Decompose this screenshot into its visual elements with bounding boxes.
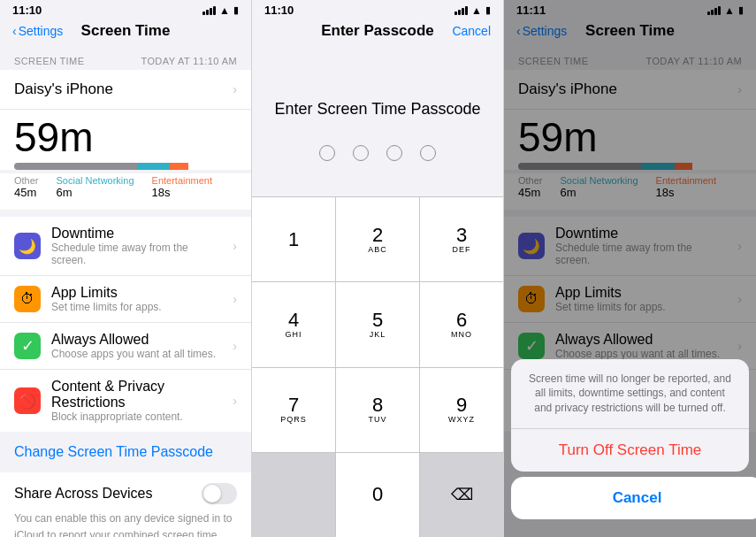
toggle-row: Share Across Devices xyxy=(14,483,237,504)
downtime-title: Downtime xyxy=(51,226,222,242)
chevron-icon-downtime: › xyxy=(233,239,237,253)
panel-3: 11:11 ▲ ▮ ‹ Settings Screen Time SCREEN … xyxy=(504,0,756,537)
applimits-title: App Limits xyxy=(51,285,222,301)
time-display-1: 59m xyxy=(0,110,251,157)
passcode-title: Enter Passcode xyxy=(321,22,434,40)
list-item-content[interactable]: 🚫 Content & Privacy Restrictions Block i… xyxy=(0,370,251,432)
numpad-key-8[interactable]: 8 TUV xyxy=(336,368,419,452)
panel-1: 11:10 ▲ ▮ ‹ Settings Screen Time SCREEN … xyxy=(0,0,252,537)
bar-social xyxy=(137,163,171,170)
time-label-other: Other 45m xyxy=(14,175,39,199)
passcode-dot-2 xyxy=(353,145,369,161)
change-passcode-link-1[interactable]: Change Screen Time Passcode xyxy=(14,444,213,459)
allowed-subtitle: Choose apps you want at all times. xyxy=(51,348,222,360)
status-bar-2: 11:10 ▲ ▮ xyxy=(252,0,503,19)
downtime-subtitle: Schedule time away from the screen. xyxy=(51,242,222,266)
battery-icon-2: ▮ xyxy=(485,4,491,16)
modal-cancel-button[interactable]: Cancel xyxy=(511,477,756,519)
passcode-cancel-button[interactable]: Cancel xyxy=(452,24,491,38)
list-section-1: 🌙 Downtime Schedule time away from the s… xyxy=(0,217,251,432)
cat-ent-val: 18s xyxy=(152,186,212,199)
content-text: Content & Privacy Restrictions Block ina… xyxy=(51,379,222,423)
numpad-key-5[interactable]: 5 JKL xyxy=(336,282,419,366)
numpad-key-3[interactable]: 3 DEF xyxy=(420,197,503,281)
numpad-key-0[interactable]: 0 xyxy=(336,453,419,537)
numpad: 1 2 ABC 3 DEF 4 GHI 5 JKL 6 MNO 7 PQRS 8 xyxy=(252,196,503,537)
passcode-dot-4 xyxy=(420,145,436,161)
modal-overlay: Screen time will no longer be reported, … xyxy=(504,0,756,537)
bar-other xyxy=(14,163,137,170)
numpad-key-delete[interactable]: ⌫ xyxy=(420,453,503,537)
share-toggle[interactable] xyxy=(202,483,237,504)
modal-card: Screen time will no longer be reported, … xyxy=(511,359,749,472)
chevron-icon-allowed: › xyxy=(233,339,237,353)
cat-ent-label: Entertainment xyxy=(152,175,212,186)
applimits-icon: ⏱ xyxy=(14,286,41,312)
applimits-text: App Limits Set time limits for apps. xyxy=(51,285,222,313)
applimits-subtitle: Set time limits for apps. xyxy=(51,301,222,313)
cat-social-label: Social Networking xyxy=(57,175,134,186)
share-title: Share Across Devices xyxy=(14,486,153,502)
section-header-1: SCREEN TIME Today at 11:10 AM xyxy=(0,47,251,70)
content-icon: 🚫 xyxy=(14,387,41,414)
chevron-icon-applimits: › xyxy=(233,292,237,306)
allowed-title: Always Allowed xyxy=(51,332,222,348)
passcode-nav: Enter Passcode Cancel xyxy=(252,19,503,47)
wifi-icon-2: ▲ xyxy=(471,4,482,17)
panel-2: 11:10 ▲ ▮ Enter Passcode Cancel Enter Sc… xyxy=(252,0,504,537)
modal-message: Screen time will no longer be reported, … xyxy=(511,359,749,429)
big-time-1: 59m xyxy=(14,114,93,160)
wifi-icon: ▲ xyxy=(219,4,230,17)
section-timestamp-1: Today at 11:10 AM xyxy=(141,56,237,66)
list-item-downtime[interactable]: 🌙 Downtime Schedule time away from the s… xyxy=(0,217,251,276)
passcode-dot-1 xyxy=(319,145,335,161)
time-label-social: Social Networking 6m xyxy=(57,175,134,199)
share-section: Share Across Devices You can enable this… xyxy=(0,472,251,537)
signal-icon xyxy=(202,6,216,15)
bar-entertainment xyxy=(170,163,187,170)
status-icons-1: ▲ ▮ xyxy=(202,4,239,17)
device-row-1[interactable]: Daisy's iPhone › xyxy=(0,70,251,110)
list-item-applimits[interactable]: ⏱ App Limits Set time limits for apps. › xyxy=(0,276,251,323)
numpad-key-empty xyxy=(252,453,335,537)
back-button-1[interactable]: ‹ Settings xyxy=(12,24,63,38)
cat-social-val: 6m xyxy=(57,186,134,199)
status-time-1: 11:10 xyxy=(12,4,42,17)
share-desc: You can enable this on any device signed… xyxy=(14,512,232,537)
change-passcode-row-1[interactable]: Change Screen Time Passcode xyxy=(0,432,251,472)
status-time-2: 11:10 xyxy=(264,4,294,17)
passcode-dot-3 xyxy=(386,145,402,161)
numpad-key-2[interactable]: 2 ABC xyxy=(336,197,419,281)
time-labels-1: Other 45m Social Networking 6m Entertain… xyxy=(0,173,251,210)
battery-icon: ▮ xyxy=(233,4,239,16)
content-title: Content & Privacy Restrictions xyxy=(51,379,222,410)
progress-bar-1 xyxy=(14,163,237,170)
numpad-key-4[interactable]: 4 GHI xyxy=(252,282,335,366)
nav-bar-1: ‹ Settings Screen Time xyxy=(0,19,251,47)
downtime-icon: 🌙 xyxy=(14,233,41,259)
time-label-entertainment: Entertainment 18s xyxy=(152,175,212,199)
chevron-icon-device: › xyxy=(233,82,237,96)
section-label-1: SCREEN TIME xyxy=(14,56,84,66)
numpad-key-9[interactable]: 9 WXYZ xyxy=(420,368,503,452)
chevron-icon-content: › xyxy=(233,394,237,408)
status-icons-2: ▲ ▮ xyxy=(454,4,491,17)
turn-off-screen-time-button[interactable]: Turn Off Screen Time xyxy=(511,429,749,472)
numpad-key-7[interactable]: 7 PQRS xyxy=(252,368,335,452)
allowed-icon: ✓ xyxy=(14,333,41,359)
device-name-1: Daisy's iPhone xyxy=(14,81,113,98)
status-bar-1: 11:10 ▲ ▮ xyxy=(0,0,251,19)
allowed-text: Always Allowed Choose apps you want at a… xyxy=(51,332,222,360)
signal-icon-2 xyxy=(454,6,468,15)
content-subtitle: Block inappropriate content. xyxy=(51,410,222,423)
numpad-key-1[interactable]: 1 xyxy=(252,197,335,281)
cat-other-val: 45m xyxy=(14,186,39,199)
numpad-key-6[interactable]: 6 MNO xyxy=(420,282,503,366)
page-title-1: Screen Time xyxy=(81,22,171,40)
downtime-text: Downtime Schedule time away from the scr… xyxy=(51,226,222,266)
back-chevron-icon: ‹ xyxy=(12,24,17,38)
passcode-dots xyxy=(252,145,503,161)
passcode-prompt: Enter Screen Time Passcode xyxy=(252,47,503,145)
cat-other-label: Other xyxy=(14,175,39,186)
list-item-allowed[interactable]: ✓ Always Allowed Choose apps you want at… xyxy=(0,323,251,370)
